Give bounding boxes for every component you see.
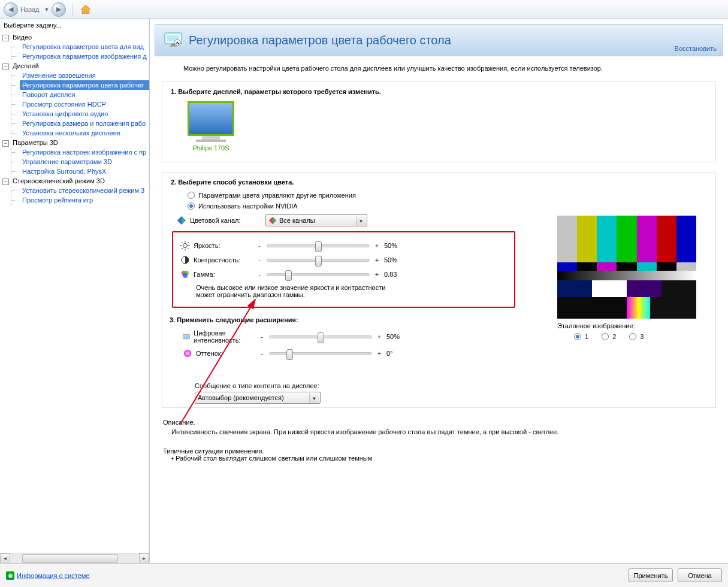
gamma-row: Гамма: - + 0.83	[180, 270, 512, 279]
svg-point-5	[177, 42, 179, 44]
svg-line-19	[188, 248, 189, 249]
system-info-link[interactable]: ◉ Информация о системе	[6, 571, 89, 580]
plus-icon: +	[376, 350, 383, 357]
tree-item-selected[interactable]: Регулировка параметров цвета рабочег	[20, 80, 149, 90]
sidebar-scrollbar[interactable]: ◄ ►	[0, 553, 149, 563]
sidebar: Выберите задачу... − Видео Регулировка п…	[0, 19, 150, 563]
scroll-right-icon[interactable]: ►	[139, 553, 149, 564]
collapse-icon[interactable]: −	[2, 178, 9, 185]
radio-nvidia[interactable]: Использовать настройки NVIDIA	[188, 202, 707, 210]
restore-defaults-link[interactable]: Восстановить	[675, 45, 717, 52]
cancel-button[interactable]: Отмена	[678, 568, 722, 582]
gamma-note: Очень высокое или низкое значение яркост…	[196, 284, 394, 298]
tree-item[interactable]: Установка нескольких дисплеев	[20, 128, 149, 138]
radio-icon[interactable]	[629, 333, 636, 340]
brightness-icon	[180, 241, 190, 250]
collapse-icon[interactable]: −	[2, 63, 9, 70]
back-label: Назад	[20, 6, 40, 13]
radio-icon[interactable]	[188, 202, 195, 210]
tree-item[interactable]: Установить стереоскопический режим 3	[20, 186, 149, 195]
nvidia-icon: ◉	[6, 571, 14, 580]
toolbar: ◀ Назад ▼ ▶	[0, 0, 728, 19]
preview-label: Эталонное изображение:	[557, 322, 699, 329]
hue-slider[interactable]	[269, 352, 372, 355]
header-display-icon	[164, 31, 183, 50]
preview-radio-1[interactable]: 1	[574, 333, 588, 340]
monitor-thumbnail[interactable]: Philips 170S	[188, 101, 234, 152]
radio-icon[interactable]	[188, 192, 195, 199]
footer: ◉ Информация о системе Применить Отмена	[0, 563, 728, 587]
minus-icon: -	[256, 242, 263, 249]
svg-point-25	[183, 273, 188, 278]
svg-point-7	[178, 43, 180, 45]
radio-other-apps[interactable]: Параметрами цвета управляют другие прило…	[188, 192, 707, 199]
brightness-slider[interactable]	[267, 244, 370, 247]
gamma-icon	[180, 270, 190, 279]
tree-item[interactable]: Регулировка параметров цвета для вид	[20, 42, 149, 52]
monitor-label: Philips 170S	[188, 144, 234, 152]
task-tree: − Видео Регулировка параметров цвета для…	[0, 31, 149, 553]
chevron-down-icon[interactable]: ▼	[356, 216, 365, 226]
collapse-icon[interactable]: −	[2, 35, 9, 41]
description-text: Интенсивность свечения экрана. При низко…	[171, 428, 715, 435]
svg-marker-10	[177, 216, 182, 225]
tree-item[interactable]: Регулировка параметров изображения д	[20, 52, 149, 61]
svg-point-28	[184, 350, 191, 357]
tree-item[interactable]: Просмотр состояния HDCP	[20, 99, 149, 109]
gamma-slider[interactable]	[267, 273, 370, 276]
step2-title: 2. Выберите способ установки цвета.	[171, 178, 707, 186]
minus-icon: -	[256, 271, 263, 278]
contrast-icon	[180, 255, 190, 265]
svg-point-13	[183, 244, 188, 248]
brightness-value: 50%	[384, 242, 410, 249]
tree-item[interactable]: Настройка Surround, PhysX	[20, 167, 149, 176]
home-icon[interactable]	[78, 2, 93, 17]
collapse-icon[interactable]: −	[2, 140, 9, 147]
contrast-value: 50%	[384, 256, 410, 264]
scroll-left-icon[interactable]: ◄	[0, 553, 10, 564]
description-heading: Описание.	[163, 419, 715, 426]
highlighted-region: Яркость: - + 50% Контрастность: -	[172, 231, 515, 308]
forward-button[interactable]: ▶	[52, 2, 66, 17]
minus-icon: -	[258, 333, 265, 340]
hue-value: 0°	[386, 350, 413, 357]
radio-icon[interactable]	[602, 333, 609, 340]
preview-column: Эталонное изображение: 1 2 3	[557, 216, 699, 340]
svg-marker-12	[273, 217, 276, 224]
plus-icon: +	[373, 256, 380, 264]
contrast-slider[interactable]	[267, 259, 370, 262]
back-button[interactable]: ◀	[4, 2, 18, 17]
preview-radio-3[interactable]: 3	[629, 333, 644, 340]
vibrance-slider[interactable]	[269, 335, 372, 338]
step1-panel: 1. Выберите дисплей, параметры которого …	[162, 81, 716, 162]
tree-cat-display[interactable]: − Дисплей	[0, 61, 149, 71]
tree-item[interactable]: Просмотр рейтинга игр	[20, 195, 149, 205]
apply-button[interactable]: Применить	[629, 568, 673, 582]
svg-line-21	[182, 248, 183, 249]
tree-item[interactable]: Управление параметрами 3D	[20, 157, 149, 167]
tree-cat-video[interactable]: − Видео	[0, 32, 149, 42]
channel-icon	[177, 216, 186, 225]
radio-icon[interactable]	[574, 333, 581, 340]
scroll-thumb[interactable]	[22, 554, 118, 563]
reference-image	[557, 216, 696, 319]
tree-item[interactable]: Установка цифрового аудио	[20, 109, 149, 119]
svg-line-18	[182, 242, 183, 243]
tree-item[interactable]: Изменение разрешения	[20, 71, 149, 80]
content-type-dropdown[interactable]: Автовыбор (рекомендуется) ▼	[195, 392, 321, 404]
color-channel-dropdown[interactable]: Все каналы ▼	[265, 214, 367, 226]
tree-item[interactable]: Регулировка размера и положения рабо	[20, 119, 149, 128]
tree-item[interactable]: Поворот дисплея	[20, 90, 149, 99]
plus-icon: +	[373, 271, 380, 278]
channel-icon	[268, 216, 277, 225]
tree-item[interactable]: Регулировка настроек изображения с пр	[20, 147, 149, 157]
chevron-down-icon[interactable]: ▼	[309, 394, 319, 403]
tree-cat-stereo[interactable]: − Стереоскопический режим 3D	[0, 176, 149, 186]
tree-cat-3d[interactable]: − Параметры 3D	[0, 138, 149, 147]
back-dropdown-icon[interactable]: ▼	[44, 7, 50, 13]
hue-row: Оттенок: - + 0°	[183, 349, 707, 358]
hue-icon	[183, 349, 192, 358]
typical-block: Типичные ситуации применения. • Рабочий …	[163, 447, 715, 462]
svg-point-6	[176, 43, 177, 45]
preview-radio-2[interactable]: 2	[602, 333, 616, 340]
